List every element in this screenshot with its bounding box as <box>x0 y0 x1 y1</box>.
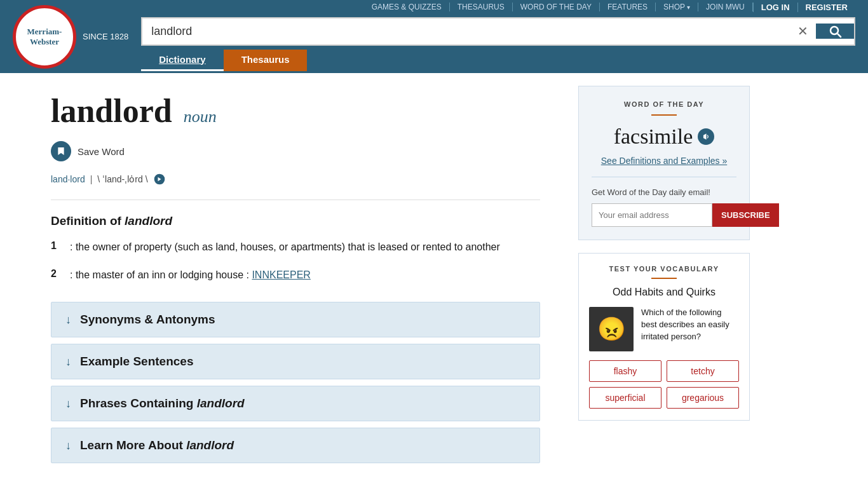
nav-features[interactable]: FEATURES <box>600 3 656 11</box>
search-button[interactable] <box>816 24 854 39</box>
nav-shop[interactable]: SHOP ▾ <box>656 3 698 11</box>
vocab-content: 😠 Which of the following best describes … <box>589 307 739 351</box>
definition-1: 1 : the owner of property (such as land,… <box>51 240 540 255</box>
def-text-1: : the owner of property (such as land, h… <box>70 240 500 255</box>
save-word-button[interactable] <box>51 141 71 161</box>
vocab-option-superficial[interactable]: superficial <box>589 387 661 409</box>
vocab-label: TEST YOUR VOCABULARY <box>589 265 739 273</box>
header-right: GAMES & QUIZZES THESAURUS WORD OF THE DA… <box>141 3 855 71</box>
bookmark-icon <box>56 146 66 156</box>
wotd-see-link[interactable]: See Definitions and Examples » <box>601 156 727 166</box>
accordion-examples[interactable]: Example Sentences <box>51 344 540 379</box>
pron-ipa: \ ˈland-ˌlȯrd \ <box>97 174 147 184</box>
logo-text: Merriam- Webster <box>27 27 62 46</box>
pronunciation: land·lord | \ ˈland-ˌlȯrd \ <box>51 173 540 186</box>
chevron-down-icon <box>65 439 71 452</box>
nav-join[interactable]: JOIN MWU <box>698 3 753 11</box>
search-input[interactable] <box>142 18 790 44</box>
tab-thesaurus[interactable]: Thesaurus <box>224 50 308 71</box>
pron-separator: | <box>90 174 93 184</box>
logo-area[interactable]: Merriam- Webster SINCE 1828 <box>13 5 128 69</box>
top-nav: GAMES & QUIZZES THESAURUS WORD OF THE DA… <box>141 3 855 12</box>
site-header: Merriam- Webster SINCE 1828 GAMES & QUIZ… <box>0 0 868 73</box>
speaker-icon <box>702 132 710 141</box>
search-icon <box>827 24 843 39</box>
accordion-phrases[interactable]: Phrases Containing landlord <box>51 386 540 421</box>
vocab-underline <box>651 278 677 279</box>
content-area: landlord noun Save Word land·lord | \ ˈl… <box>0 73 572 488</box>
subscribe-button[interactable]: SUBSCRIBE <box>712 203 779 227</box>
accordion-phrases-label: Phrases Containing landlord <box>80 396 245 410</box>
nav-wotd[interactable]: WORD OF THE DAY <box>513 3 600 11</box>
search-bar: ✕ <box>141 17 855 46</box>
speaker-icon <box>153 173 166 186</box>
audio-button[interactable] <box>153 173 166 186</box>
chevron-down-icon <box>65 355 71 369</box>
chevron-down-icon <box>65 313 71 327</box>
title-row: landlord noun <box>51 92 540 130</box>
definition-2: 2 : the master of an inn or lodging hous… <box>51 268 540 283</box>
wotd-box: WORD OF THE DAY facsimile See Definition… <box>578 86 750 240</box>
nav-register[interactable]: REGISTER <box>798 3 855 12</box>
vocab-option-tetchy[interactable]: tetchy <box>667 360 739 382</box>
search-row: ✕ <box>141 17 855 46</box>
clear-search-button[interactable]: ✕ <box>790 24 816 39</box>
accordion-examples-label: Example Sentences <box>80 355 193 369</box>
vocab-options: flashy tetchy superficial gregarious <box>589 360 739 409</box>
pron-word: land·lord <box>51 174 85 184</box>
nav-thesaurus[interactable]: THESAURUS <box>450 3 513 11</box>
entry-pos: noun <box>184 107 217 126</box>
tab-row: Dictionary Thesaurus <box>141 50 855 71</box>
accordions: Synonyms & Antonyms Example Sentences Ph… <box>51 302 540 463</box>
vocab-box: TEST YOUR VOCABULARY Odd Habits and Quir… <box>578 253 750 421</box>
vocab-option-gregarious[interactable]: gregarious <box>667 387 739 409</box>
wotd-word: facsimile <box>592 125 736 149</box>
def-text-2: : the master of an inn or lodging house … <box>70 268 311 283</box>
def-heading: Definition of landlord <box>51 214 540 228</box>
def-num-1: 1 <box>51 240 61 252</box>
vocab-title: Odd Habits and Quirks <box>589 287 739 298</box>
vocab-image: 😠 <box>589 307 634 351</box>
wotd-divider <box>592 177 736 177</box>
tab-dictionary[interactable]: Dictionary <box>141 50 223 71</box>
wotd-audio-button[interactable] <box>698 128 714 145</box>
accordion-synonyms-label: Synonyms & Antonyms <box>80 313 215 327</box>
save-word-row: Save Word <box>51 141 540 161</box>
wotd-underline <box>651 114 677 116</box>
def-num-2: 2 <box>51 268 61 280</box>
content-divider <box>51 200 540 200</box>
main-container: landlord noun Save Word land·lord | \ ˈl… <box>0 73 868 488</box>
wotd-label: WORD OF THE DAY <box>592 100 736 108</box>
chevron-down-icon: ▾ <box>687 4 690 11</box>
def-content-1: : the owner of property (such as land, h… <box>70 241 500 252</box>
wotd-email-label: Get Word of the Day daily email! <box>592 187 736 197</box>
nav-login[interactable]: LOG IN <box>753 3 798 12</box>
nav-games[interactable]: GAMES & QUIZZES <box>364 3 450 11</box>
save-word-label: Save Word <box>78 146 125 157</box>
accordion-more[interactable]: Learn More About landlord <box>51 428 540 463</box>
chevron-down-icon <box>65 397 71 410</box>
sidebar: WORD OF THE DAY facsimile See Definition… <box>572 73 763 488</box>
since-text: SINCE 1828 <box>83 32 128 41</box>
innkeeper-link[interactable]: INNKEEPER <box>252 269 310 280</box>
email-row: SUBSCRIBE <box>592 203 736 227</box>
logo-circle: Merriam- Webster <box>13 5 76 69</box>
svg-marker-2 <box>703 133 707 139</box>
vocab-question: Which of the following best describes an… <box>641 307 739 351</box>
entry-word: landlord <box>51 93 172 129</box>
email-input[interactable] <box>592 203 712 227</box>
accordion-more-label: Learn More About landlord <box>80 438 234 452</box>
accordion-synonyms[interactable]: Synonyms & Antonyms <box>51 302 540 337</box>
vocab-option-flashy[interactable]: flashy <box>589 360 661 382</box>
